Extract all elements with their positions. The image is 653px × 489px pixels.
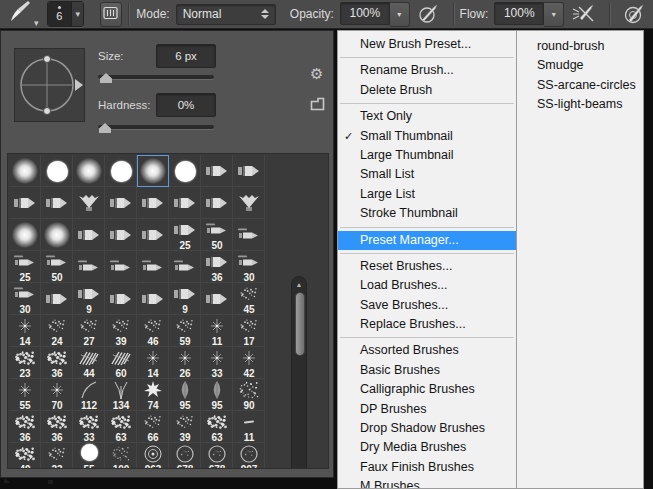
size-input[interactable]: 6 px [156,44,216,68]
brush-cell-r4c8-pencil[interactable]: 30 [233,251,265,283]
menu-item-basic-brushes[interactable]: Basic Brushes [338,361,516,380]
brush-cell-r7c7-spark[interactable]: 33 [201,347,233,379]
brush-cell-r5c2-tip[interactable] [41,283,73,315]
brush-cell-r3c7-pencil[interactable]: 50 [201,219,233,251]
brush-cell-r2c5-tip[interactable] [137,187,169,219]
brush-cell-r6c8-scatter[interactable]: 17 [233,315,265,347]
opacity-value[interactable]: 100% [340,2,390,25]
brush-cell-r6c3-scatter[interactable]: 27 [73,315,105,347]
size-slider[interactable] [98,72,214,84]
brush-cell-r7c2-chalk[interactable]: 36 [41,347,73,379]
brush-cell-r2c4-tip[interactable] [105,187,137,219]
menu-item-rename-brush[interactable]: Rename Brush... [338,61,516,80]
brush-cell-r5c6-tip[interactable]: 9 [169,283,201,315]
menu-item-ss-light-beams[interactable]: SS-light-beams [517,95,643,114]
scroll-up-icon[interactable]: ▲ [292,281,306,289]
brush-cell-r4c3-pencil[interactable] [73,251,105,283]
brush-cell-r10c2-scatter[interactable]: 23 [41,443,73,469]
resize-grip-icon[interactable] [4,477,10,483]
brush-cell-r9c7-chalk[interactable]: 63 [201,411,233,443]
brush-cell-r3c5-tip[interactable] [137,219,169,251]
pressure-size-icon[interactable] [623,3,646,25]
menu-item-large-list[interactable]: Large List [338,185,516,204]
menu-item-smudge[interactable]: Smudge [517,56,643,75]
brush-cell-r5c8-scatter[interactable]: 45 [233,283,265,315]
brush-cell-r7c6-spark[interactable]: 26 [169,347,201,379]
brush-cell-r4c2-pencil[interactable]: 50 [41,251,73,283]
brush-cell-r10c3-hard[interactable]: 55 [73,443,105,469]
brush-cell-r9c1-chalk[interactable]: 36 [9,411,41,443]
menu-item-round-brush[interactable]: round-brush [517,37,643,56]
brush-cell-r8c5-maple[interactable]: 74 [137,379,169,411]
brush-cell-r9c3-chalk[interactable]: 33 [73,411,105,443]
brush-cell-r4c5-pencil[interactable] [137,251,169,283]
hardness-input[interactable]: 0% [156,93,216,117]
hardness-slider[interactable] [98,122,214,134]
menu-item-large-thumbnail[interactable]: Large Thumbnail [338,146,516,165]
menu-item-small-list[interactable]: Small List [338,165,516,184]
brush-cell-r10c4-dots[interactable]: 100 [105,443,137,469]
menu-item-drop-shadow-brushes[interactable]: Drop Shadow Brushes [338,419,516,438]
brush-preset-caret[interactable]: ▾ [71,2,83,26]
brush-cell-r3c8-pencil[interactable] [233,219,265,251]
brush-cell-r7c5-spark[interactable]: 14 [137,347,169,379]
brush-cell-r5c4-tip[interactable] [105,283,137,315]
menu-item-reset-brushes[interactable]: Reset Brushes... [338,257,516,276]
grid-scrollbar[interactable]: ▲ ▼ [291,276,307,469]
brush-cell-r4c4-pencil[interactable] [105,251,137,283]
brush-cell-r5c7-tip[interactable] [201,283,233,315]
pressure-opacity-icon[interactable] [417,3,440,25]
toggle-brush-panel-button[interactable] [100,2,121,27]
brush-cell-r3c2-soft[interactable] [41,219,73,251]
opacity-dropdown-button[interactable]: ▾ [390,2,410,27]
brush-cell-r1c1-soft[interactable] [9,155,41,187]
menu-item-stroke-thumbnail[interactable]: Stroke Thumbnail [338,204,516,223]
gear-icon[interactable]: ⚙ [310,66,323,81]
brush-cell-r8c8-texture[interactable]: 90 [233,379,265,411]
brush-cell-r9c4-chalk[interactable]: 63 [105,411,137,443]
brush-cell-r6c7-spark[interactable]: 11 [201,315,233,347]
brush-cell-r6c5-scatter[interactable]: 46 [137,315,169,347]
brush-cell-r2c2-tip[interactable] [41,187,73,219]
menu-item-replace-brushes[interactable]: Replace Brushes... [338,315,516,334]
brush-cell-r5c1-pencil[interactable]: 30 [9,283,41,315]
brush-cell-r6c1-spark[interactable]: 14 [9,315,41,347]
brush-cell-r8c7-leaf[interactable]: 95 [201,379,233,411]
brush-cell-r7c8-spark[interactable]: 42 [233,347,265,379]
menu-item-text-only[interactable]: Text Only [338,107,516,126]
brush-cell-r3c4-tip[interactable] [105,219,137,251]
brush-cell-r9c5-scatter[interactable]: 66 [137,411,169,443]
brush-cell-r10c8-ring[interactable]: 907 [233,443,265,469]
new-brush-icon[interactable] [310,97,325,115]
brush-cell-r10c6-ring[interactable]: 678 [169,443,201,469]
brush-cell-r8c6-leaf[interactable]: 95 [169,379,201,411]
brush-cell-r4c6-pencil[interactable] [169,251,201,283]
brush-angle-roundness-control[interactable] [14,48,85,126]
brush-cell-r2c7-tip[interactable] [201,187,233,219]
brush-cell-r8c1-spark[interactable]: 55 [9,379,41,411]
brush-cell-r2c1-tip[interactable] [9,187,41,219]
brush-cell-r1c6-hard[interactable] [169,155,201,187]
brush-tool-button[interactable]: ▾ [6,0,39,28]
brush-cell-r8c3-curve[interactable]: 112 [73,379,105,411]
brush-cell-r9c6-scatter[interactable]: 39 [169,411,201,443]
flow-value[interactable]: 100% [494,2,544,25]
brush-cell-r7c4-hatch[interactable]: 60 [105,347,137,379]
brush-cell-r8c2-spark[interactable]: 70 [41,379,73,411]
menu-item-dp-brushes[interactable]: DP Brushes [338,400,516,419]
brush-cell-r7c1-chalk[interactable]: 23 [9,347,41,379]
brush-cell-r3c3-tip[interactable] [73,219,105,251]
menu-item-dry-media-brushes[interactable]: Dry Media Brushes [338,438,516,457]
brush-cell-r6c4-scatter[interactable]: 39 [105,315,137,347]
brush-cell-r6c2-scatter[interactable]: 24 [41,315,73,347]
menu-item-load-brushes[interactable]: Load Brushes... [338,276,516,295]
brush-cell-r5c5-tip[interactable] [137,283,169,315]
brush-cell-r3c1-soft[interactable] [9,219,41,251]
brush-cell-r1c2-hard[interactable] [41,155,73,187]
mode-dropdown[interactable]: Normal [176,4,276,25]
brush-cell-r9c8-dash[interactable]: 11 [233,411,265,443]
menu-item-preset-manager[interactable]: Preset Manager... [338,231,516,250]
menu-item-new-brush-preset[interactable]: New Brush Preset... [338,35,516,54]
brush-cell-r2c6-tip[interactable] [169,187,201,219]
brush-cell-r1c8-tip[interactable] [233,155,265,187]
